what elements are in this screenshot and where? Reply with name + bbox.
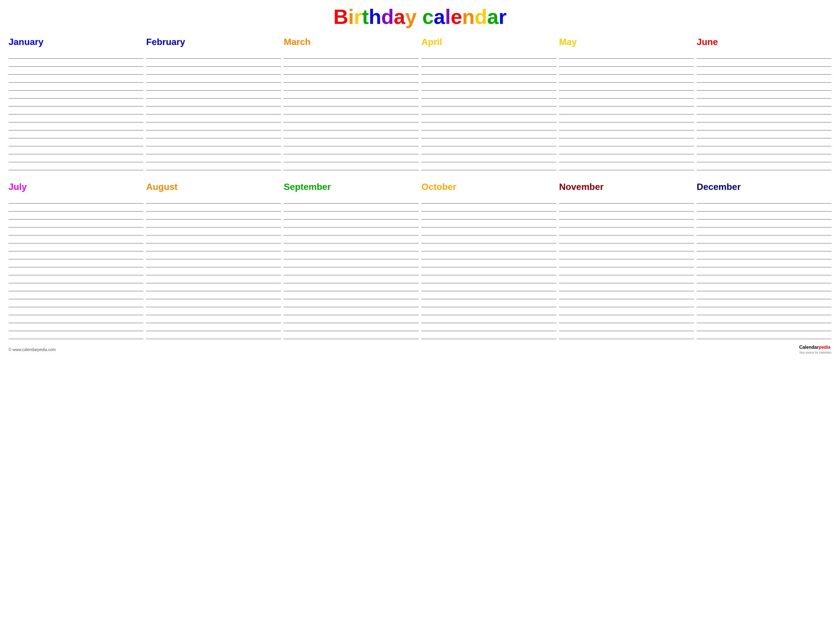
month-lines-june: [696, 51, 832, 170]
line: [559, 252, 694, 259]
line: [696, 220, 832, 228]
line: [422, 267, 556, 275]
line: [696, 228, 832, 236]
line: [8, 244, 144, 252]
line: [696, 236, 832, 244]
line: [696, 283, 832, 291]
line: [559, 307, 694, 315]
line: [8, 90, 144, 98]
line: [146, 138, 281, 146]
line: [422, 196, 556, 204]
line: [284, 244, 418, 252]
line: [696, 315, 832, 323]
line: [696, 122, 832, 130]
line: [284, 323, 418, 331]
line: [8, 283, 144, 291]
line: [8, 307, 144, 315]
line: [696, 331, 832, 339]
line: [284, 106, 418, 114]
line: [559, 204, 694, 212]
line: [422, 138, 556, 146]
line: [284, 138, 418, 146]
line: [284, 228, 418, 236]
line: [284, 154, 418, 162]
month-lines-october: [422, 196, 556, 339]
line: [696, 154, 832, 162]
month-name-april: April: [422, 37, 556, 48]
line: [146, 82, 281, 90]
line: [8, 82, 144, 90]
line: [8, 154, 144, 162]
month-december: December: [696, 182, 832, 339]
line: [8, 228, 144, 236]
month-july: July: [8, 182, 144, 339]
footer: © www.calendarpedia.com Calendarpedia Yo…: [8, 345, 832, 354]
footer-brand: Calendarpedia Your source for calendars: [799, 345, 832, 354]
month-lines-july: [8, 196, 144, 339]
line: [284, 90, 418, 98]
line: [284, 259, 418, 267]
line: [422, 212, 556, 220]
line: [8, 252, 144, 259]
month-lines-december: [696, 196, 832, 339]
month-name-november: November: [559, 182, 694, 193]
line: [696, 138, 832, 146]
line: [696, 90, 832, 98]
line: [146, 244, 281, 252]
line: [146, 252, 281, 259]
line: [8, 275, 144, 283]
line: [146, 236, 281, 244]
line: [422, 51, 556, 59]
line: [284, 51, 418, 59]
line: [146, 275, 281, 283]
line: [146, 291, 281, 299]
line: [559, 220, 694, 228]
month-november: November: [559, 182, 694, 339]
line: [8, 98, 144, 106]
line: [422, 59, 556, 66]
line: [8, 130, 144, 138]
line: [559, 98, 694, 106]
line: [284, 220, 418, 228]
line: [146, 66, 281, 74]
line: [559, 259, 694, 267]
line: [284, 331, 418, 339]
line: [696, 196, 832, 204]
line: [422, 114, 556, 122]
line: [284, 74, 418, 82]
month-february: February: [146, 37, 281, 170]
line: [284, 114, 418, 122]
line: [8, 259, 144, 267]
line: [284, 82, 418, 90]
line: [146, 146, 281, 154]
month-may: May: [559, 37, 694, 170]
line: [559, 59, 694, 66]
line: [696, 267, 832, 275]
line: [696, 162, 832, 170]
line: [422, 90, 556, 98]
line: [422, 291, 556, 299]
line: [422, 154, 556, 162]
bottom-months-grid: JulyAugustSeptemberOctoberNovemberDecemb…: [8, 182, 832, 339]
month-name-july: July: [8, 182, 144, 193]
line: [284, 196, 418, 204]
line: [422, 74, 556, 82]
line: [696, 74, 832, 82]
month-september: September: [284, 182, 418, 339]
line: [696, 106, 832, 114]
line: [146, 323, 281, 331]
line: [422, 323, 556, 331]
line: [146, 299, 281, 307]
month-march: March: [284, 37, 418, 170]
month-lines-february: [146, 51, 281, 170]
line: [559, 331, 694, 339]
line: [8, 315, 144, 323]
line: [559, 236, 694, 244]
line: [284, 122, 418, 130]
line: [284, 212, 418, 220]
line: [559, 162, 694, 170]
line: [146, 228, 281, 236]
line: [284, 130, 418, 138]
line: [559, 196, 694, 204]
line: [284, 59, 418, 66]
